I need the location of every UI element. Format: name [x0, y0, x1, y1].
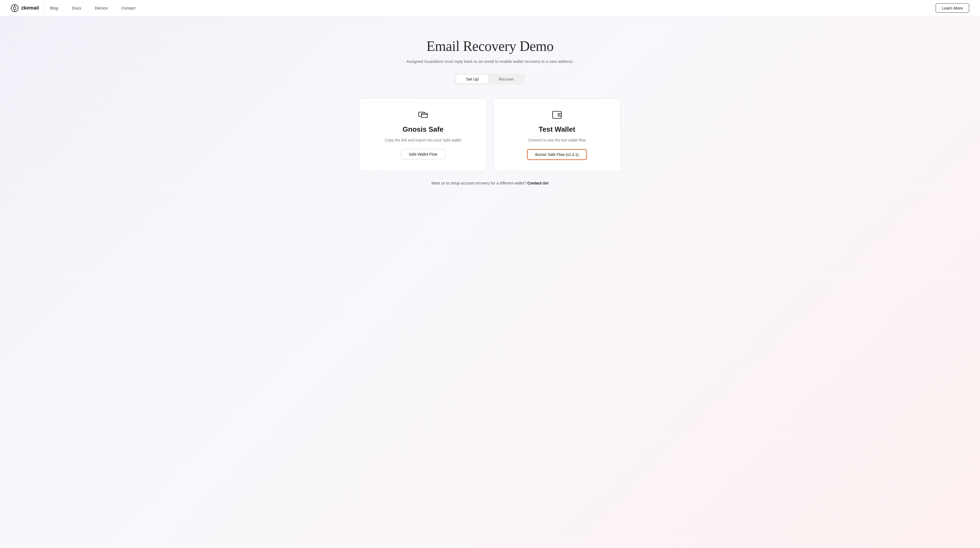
svg-point-1: [13, 7, 16, 10]
nav-link-demos[interactable]: Demos: [95, 6, 108, 10]
page-title: Email Recovery Demo: [426, 38, 554, 54]
gnosis-safe-title: Gnosis Safe: [402, 125, 444, 133]
nav-link-blog[interactable]: Blog: [50, 6, 58, 10]
test-wallet-description: Connect to see the test wallet flow: [528, 137, 586, 143]
gnosis-safe-card: Gnosis Safe Copy the link and import int…: [360, 98, 487, 171]
test-wallet-card: Test Wallet Connect to see the test wall…: [493, 98, 620, 171]
navbar: zkemail Blog Docs Demos Contact Learn Mo…: [0, 0, 980, 16]
footer-text: Want us to setup account recovery for a …: [431, 181, 549, 185]
main-content: Email Recovery Demo Assigned Guardians m…: [0, 16, 980, 202]
navbar-right: Learn More: [935, 3, 969, 13]
test-wallet-title: Test Wallet: [539, 125, 575, 133]
learn-more-button[interactable]: Learn More: [935, 3, 969, 13]
test-wallet-icon: [552, 110, 562, 120]
footer-text-content: Want us to setup account recovery for a …: [431, 181, 526, 185]
gnosis-safe-description: Copy the link and import into your Safe …: [385, 137, 461, 143]
zkemail-logo-icon: [11, 4, 19, 12]
page-subtitle: Assigned Guardians must reply back to an…: [406, 59, 574, 64]
toggle-tabs: Set Up Recover: [455, 73, 525, 85]
contact-us-link[interactable]: Contact Us!: [527, 181, 549, 185]
safe-wallet-flow-button[interactable]: Safe Wallet Flow: [401, 149, 445, 159]
cards-container: Gnosis Safe Copy the link and import int…: [360, 98, 620, 171]
gnosis-safe-icon: [418, 110, 428, 120]
nav-link-contact[interactable]: Contact: [121, 6, 135, 10]
logo-container: zkemail: [11, 4, 39, 12]
burner-safe-flow-button[interactable]: Burner Safe Flow (v1.4.1): [527, 149, 587, 160]
nav-link-docs[interactable]: Docs: [72, 6, 81, 10]
tab-setup[interactable]: Set Up: [456, 75, 488, 84]
logo-text: zkemail: [21, 5, 39, 11]
svg-rect-5: [422, 113, 427, 118]
tab-recover[interactable]: Recover: [489, 75, 524, 84]
svg-point-9: [559, 114, 560, 115]
navbar-links: Blog Docs Demos Contact: [50, 6, 935, 10]
